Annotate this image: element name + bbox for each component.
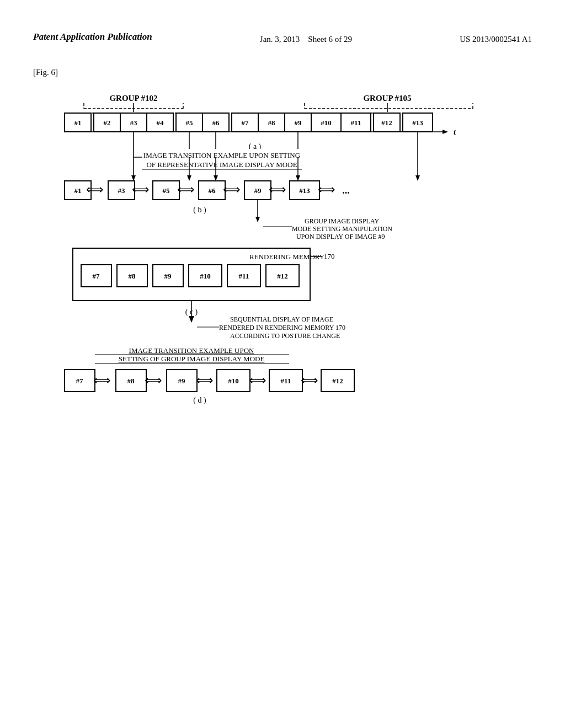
svg-text:⟺: ⟺	[177, 183, 195, 196]
svg-marker-63	[214, 175, 218, 181]
part-b-label: ( b )	[193, 206, 206, 215]
group-image-annotation-2: MODE SETTING MANIPULATION	[292, 225, 392, 233]
part-d-label: ( d )	[193, 396, 206, 405]
rendering-memory-number: 170	[324, 252, 335, 260]
svg-text:#9: #9	[254, 186, 262, 195]
svg-text:#9: #9	[178, 377, 186, 385]
svg-text:#12: #12	[381, 119, 392, 127]
part-c-annotation-2: RENDERED IN RENDERING MEMORY 170	[219, 324, 345, 331]
svg-text:⟺: ⟺	[318, 183, 335, 196]
patent-number: US 2013/0002541 A1	[460, 30, 532, 46]
svg-text:#6: #6	[209, 186, 216, 195]
svg-marker-67	[415, 175, 420, 181]
svg-text:#7: #7	[242, 119, 249, 127]
svg-text:#6: #6	[212, 119, 220, 127]
svg-marker-106	[189, 316, 194, 323]
svg-text:⟺: ⟺	[196, 373, 214, 387]
header-date: Jan. 3, 2013	[260, 35, 300, 44]
group-105-label: GROUP #105	[363, 94, 411, 103]
svg-text:⟺: ⟺	[132, 183, 150, 196]
svg-text:#3: #3	[130, 119, 138, 127]
svg-marker-61	[187, 175, 191, 181]
svg-text:#7: #7	[93, 272, 100, 280]
header-date-sheet: Jan. 3, 2013 Sheet 6 of 29	[260, 30, 352, 46]
svg-text:#8: #8	[129, 272, 136, 280]
part-a-caption-line2: OF REPRESENTATIVE IMAGE DISPLAY MODE	[146, 160, 297, 169]
svg-text:...: ...	[342, 185, 350, 196]
svg-text:#13: #13	[299, 186, 310, 195]
svg-text:#8: #8	[127, 377, 135, 385]
svg-text:⟺: ⟺	[145, 373, 162, 387]
svg-text:⟺: ⟺	[223, 183, 241, 196]
publication-title: Patent Application Publication	[33, 30, 152, 44]
svg-text:#9: #9	[295, 119, 302, 127]
svg-text:#9: #9	[164, 272, 172, 280]
svg-text:#11: #11	[281, 377, 291, 385]
part-a-caption-line1: IMAGE TRANSITION EXAMPLE UPON SETTING	[143, 151, 300, 159]
part-c-annotation-3: ACCORDING TO POSTURE CHANGE	[230, 332, 340, 340]
svg-text:#8: #8	[268, 119, 276, 127]
svg-text:#11: #11	[239, 272, 249, 280]
group-image-annotation-1: GROUP IMAGE DISPLAY	[305, 217, 379, 225]
svg-text:⟺: ⟺	[249, 373, 266, 387]
svg-marker-65	[296, 175, 300, 181]
svg-text:#12: #12	[332, 377, 343, 385]
svg-text:#13: #13	[412, 119, 423, 127]
svg-text:#12: #12	[277, 272, 288, 280]
svg-text:#10: #10	[321, 119, 332, 127]
svg-text:#5: #5	[163, 186, 170, 195]
svg-marker-45	[443, 130, 448, 134]
svg-marker-59	[131, 175, 136, 181]
svg-text:#5: #5	[186, 119, 194, 127]
svg-text:#2: #2	[104, 119, 111, 127]
group-102-label: GROUP #102	[109, 94, 157, 103]
part-d-caption-2: SETTING OF GROUP IMAGE DISPLAY MODE	[119, 355, 265, 363]
part-d-caption-1: IMAGE TRANSITION EXAMPLE UPON	[129, 346, 255, 355]
svg-text:⟺: ⟺	[269, 183, 286, 196]
header: Patent Application Publication Jan. 3, 2…	[0, 0, 565, 57]
svg-marker-88	[255, 217, 260, 222]
svg-text:#7: #7	[76, 377, 84, 385]
svg-text:#1: #1	[74, 186, 82, 195]
svg-text:#1: #1	[74, 119, 82, 127]
svg-text:#4: #4	[157, 119, 164, 127]
main-diagram: GROUP #102 GROUP #105 #1 #2	[34, 85, 531, 665]
svg-text:⟺: ⟺	[86, 183, 104, 196]
svg-text:t: t	[454, 127, 456, 136]
fig-label: [Fig. 6]	[33, 68, 532, 77]
svg-text:⟺: ⟺	[301, 373, 318, 387]
svg-text:#11: #11	[351, 119, 361, 127]
header-sheet: Sheet 6 of 29	[308, 35, 352, 44]
main-content: [Fig. 6] GROUP #102 GROUP #105 #1	[0, 57, 565, 687]
page: Patent Application Publication Jan. 3, 2…	[0, 0, 565, 728]
svg-text:#10: #10	[228, 377, 239, 385]
group-image-annotation-3: UPON DISPLAY OF IMAGE #9	[296, 233, 385, 240]
part-c-annotation-1: SEQUENTIAL DISPLAY OF IMAGE	[230, 315, 333, 323]
svg-text:#3: #3	[118, 186, 126, 195]
svg-text:#10: #10	[200, 272, 211, 280]
svg-text:⟺: ⟺	[93, 373, 111, 387]
